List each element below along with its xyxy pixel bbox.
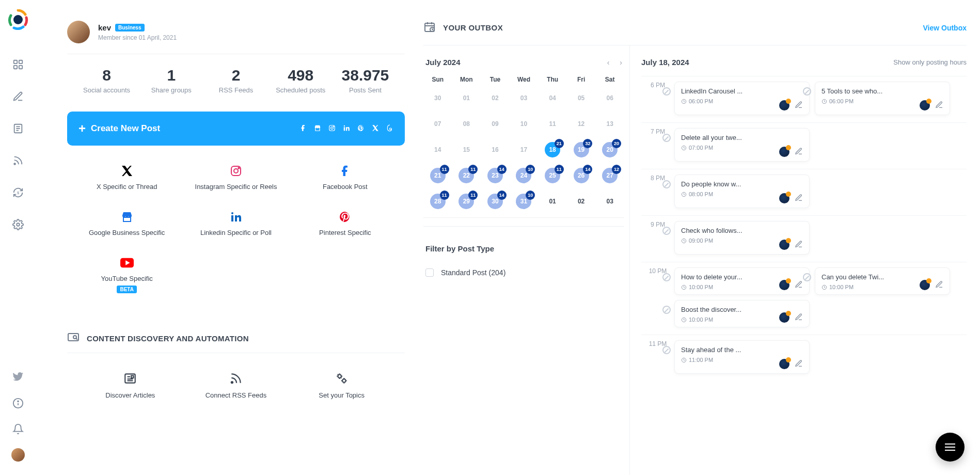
disc-gears[interactable]: Set your Topics <box>289 371 394 399</box>
x-icon <box>372 124 379 133</box>
calendar-grid: 3001020304050607080910111213141516171821… <box>423 89 624 218</box>
edit-icon[interactable] <box>795 147 804 156</box>
calendar-day[interactable]: 13 <box>595 115 624 133</box>
checkbox[interactable] <box>425 268 434 277</box>
svg-rect-23 <box>123 217 131 221</box>
unsent-icon <box>662 306 671 314</box>
disc-news[interactable]: Discover Articles <box>77 371 183 399</box>
calendar-day[interactable]: 2111 <box>423 167 452 184</box>
hour-label: 8 PM <box>641 169 674 215</box>
calendar-day[interactable]: 11 <box>538 115 567 133</box>
post-type-yt[interactable]: YouTube SpecificBETA <box>77 255 176 293</box>
nav-rss-icon[interactable] <box>11 154 25 167</box>
calendar-day[interactable]: 3110 <box>510 193 539 210</box>
next-month-button[interactable]: › <box>620 58 622 67</box>
calendar-day[interactable]: 02 <box>481 89 510 107</box>
edit-icon[interactable] <box>935 101 944 110</box>
post-card[interactable]: Do people know w...08:00 PM <box>674 175 810 208</box>
li-icon <box>186 209 285 225</box>
calendar-day[interactable]: 03 <box>510 89 539 107</box>
filter-row[interactable]: Standard Post (204) <box>423 265 624 280</box>
calendar-day[interactable]: 2614 <box>567 167 596 184</box>
calendar-day[interactable]: 17 <box>510 141 539 159</box>
calendar-day[interactable]: 06 <box>595 89 624 107</box>
nav-compose-icon[interactable] <box>11 90 25 103</box>
edit-icon[interactable] <box>795 280 804 290</box>
calendar-day[interactable]: 10 <box>510 115 539 133</box>
create-bar-networks <box>299 124 393 133</box>
nav-content-icon[interactable] <box>11 122 25 135</box>
post-type-gmb[interactable]: Google Business Specific <box>77 209 176 236</box>
svg-rect-1 <box>14 60 17 64</box>
post-card[interactable]: Delete all your twe...07:00 PM <box>674 128 810 162</box>
calendar-day[interactable]: 03 <box>595 193 624 210</box>
fab-menu-button[interactable] <box>936 433 965 462</box>
edit-icon[interactable] <box>935 280 944 290</box>
calendar-day[interactable]: 2811 <box>423 193 452 210</box>
beta-badge: BETA <box>117 286 136 293</box>
calendar-day[interactable]: 09 <box>481 115 510 133</box>
calendar-day[interactable]: 1821 <box>538 141 567 159</box>
sidebar: $ <box>0 0 36 475</box>
calendar-day[interactable]: 05 <box>567 89 596 107</box>
calendar-day[interactable]: 16 <box>481 141 510 159</box>
logo[interactable] <box>8 9 28 30</box>
calendar-day[interactable]: 14 <box>423 141 452 159</box>
post-card[interactable]: Can you delete Twi...10:00 PM <box>815 267 950 295</box>
show-posting-hours-toggle[interactable]: Show only posting hours <box>893 58 967 66</box>
calendar-day[interactable]: 02 <box>567 193 596 210</box>
post-card[interactable]: How to delete your...10:00 PM <box>674 267 810 295</box>
calendar-day[interactable]: 2410 <box>510 167 539 184</box>
nav-recycle-icon[interactable]: $ <box>11 186 25 199</box>
edit-icon[interactable] <box>795 313 804 322</box>
nav-bell-icon[interactable] <box>11 422 25 436</box>
nav-avatar[interactable] <box>11 448 25 462</box>
post-card[interactable]: 5 Tools to see who...06:00 PM <box>815 82 950 115</box>
calendar-day[interactable]: 07 <box>423 115 452 133</box>
dow-label: Tue <box>481 76 510 83</box>
view-outbox-link[interactable]: View Outbox <box>923 24 967 32</box>
calendar-day[interactable]: 04 <box>538 89 567 107</box>
prev-month-button[interactable]: ‹ <box>607 58 610 67</box>
calendar-day[interactable]: 08 <box>452 115 481 133</box>
calendar-day[interactable]: 2314 <box>481 167 510 184</box>
yt-icon <box>77 255 176 271</box>
day-count-badge: 14 <box>583 165 592 174</box>
calendar-day[interactable]: 15 <box>452 141 481 159</box>
disc-rss[interactable]: Connect RSS Feeds <box>183 371 289 399</box>
hour-label: 9 PM <box>641 216 674 262</box>
calendar-day[interactable]: 01 <box>452 89 481 107</box>
nav-info-icon[interactable] <box>11 397 25 410</box>
edit-icon[interactable] <box>795 359 804 369</box>
post-card[interactable]: Stay ahead of the ...11:00 PM <box>674 340 810 374</box>
calendar-day[interactable]: 2020 <box>595 141 624 159</box>
calendar-day[interactable]: 01 <box>538 193 567 210</box>
calendar-day[interactable]: 3014 <box>481 193 510 210</box>
post-type-pin[interactable]: Pinterest Specific <box>296 209 394 236</box>
calendar-day[interactable]: 2211 <box>452 167 481 184</box>
rss-icon <box>183 371 289 386</box>
create-post-button[interactable]: + Create New Post <box>67 112 405 146</box>
post-type-fb[interactable]: Facebook Post <box>296 163 394 191</box>
avatar[interactable] <box>67 21 90 43</box>
edit-icon[interactable] <box>795 101 804 110</box>
post-type-x[interactable]: X Specific or Thread <box>77 163 176 191</box>
nav-twitter-icon[interactable] <box>11 371 25 384</box>
hour-label: 10 PM <box>641 262 674 335</box>
post-type-li[interactable]: Linkedin Specific or Poll <box>186 209 285 236</box>
nav-settings-icon[interactable] <box>11 218 25 231</box>
post-card[interactable]: LinkedIn Carousel ...06:00 PM <box>674 82 810 115</box>
calendar-day[interactable]: 2511 <box>538 167 567 184</box>
svg-point-21 <box>234 169 238 173</box>
post-card[interactable]: Check who follows...09:00 PM <box>674 221 810 255</box>
calendar-day[interactable]: 2712 <box>595 167 624 184</box>
nav-dashboard-icon[interactable] <box>11 58 25 71</box>
edit-icon[interactable] <box>795 240 804 249</box>
calendar-day[interactable]: 2911 <box>452 193 481 210</box>
edit-icon[interactable] <box>795 194 804 203</box>
post-type-ig[interactable]: Instagram Specific or Reels <box>186 163 285 191</box>
calendar-day[interactable]: 1932 <box>567 141 596 159</box>
calendar-day[interactable]: 30 <box>423 89 452 107</box>
calendar-day[interactable]: 12 <box>567 115 596 133</box>
post-card[interactable]: Boost the discover...10:00 PM <box>674 300 810 327</box>
